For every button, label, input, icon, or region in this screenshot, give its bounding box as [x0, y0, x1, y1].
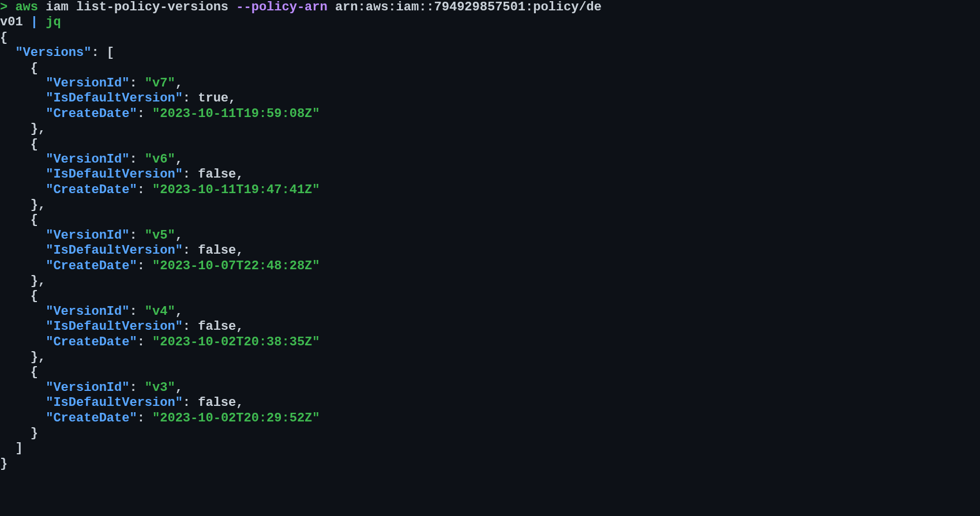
cmd-jq: jq [46, 15, 61, 29]
json-key-isdefault: "IsDefaultVersion" [46, 167, 183, 182]
json-colon: : [129, 228, 137, 243]
json-value-createdate: "2023-10-11T19:59:08Z" [152, 107, 320, 121]
json-value-isdefault: false [198, 243, 236, 258]
json-comma: , [175, 152, 183, 167]
json-value-versionid: "v7" [145, 76, 175, 91]
json-colon: : [137, 107, 145, 121]
json-colon: : [137, 335, 145, 349]
json-comma: , [38, 350, 46, 364]
json-obj-close: } [31, 122, 38, 136]
json-key-createdate: "CreateDate" [46, 107, 137, 121]
json-comma: , [236, 167, 243, 182]
json-colon: : [183, 91, 190, 106]
json-value-createdate: "2023-10-02T20:38:35Z" [152, 335, 320, 349]
json-obj-open: { [31, 365, 38, 379]
json-value-isdefault: true [198, 91, 228, 106]
json-colon: : [183, 243, 190, 258]
json-value-createdate: "2023-10-07T22:48:28Z" [152, 259, 320, 273]
cmd-aws: aws [15, 0, 38, 14]
json-value-createdate: "2023-10-11T19:47:41Z" [152, 183, 320, 197]
json-key-versionid: "VersionId" [46, 381, 129, 395]
json-obj-close: } [31, 426, 38, 440]
json-comma: , [38, 122, 46, 136]
json-comma: , [175, 381, 183, 395]
terminal-output: > aws iam list-policy-versions --policy-… [0, 0, 980, 472]
json-colon: : [91, 46, 99, 60]
json-comma: , [175, 76, 183, 91]
json-open-bracket: [ [107, 46, 114, 60]
json-comma: , [38, 198, 46, 212]
json-comma: , [236, 319, 243, 334]
json-key-versionid: "VersionId" [46, 152, 129, 167]
json-value-versionid: "v5" [145, 228, 175, 243]
prompt-caret: > [0, 0, 7, 14]
cmd-arg-arn-part1: arn:aws:iam::794929857501:policy/de [335, 0, 602, 14]
json-key-isdefault: "IsDefaultVersion" [46, 319, 183, 334]
json-key-versionid: "VersionId" [46, 228, 129, 243]
json-key-versions: "Versions" [15, 46, 91, 60]
json-obj-close: } [31, 198, 38, 212]
json-colon: : [183, 319, 190, 334]
json-colon: : [129, 381, 137, 395]
cmd-subcommand: iam list-policy-versions [46, 0, 228, 14]
json-key-createdate: "CreateDate" [46, 259, 137, 273]
json-comma: , [236, 243, 243, 258]
json-colon: : [137, 411, 145, 425]
json-key-createdate: "CreateDate" [46, 335, 137, 349]
json-comma: , [228, 91, 236, 106]
json-obj-close: } [31, 274, 38, 288]
json-comma: , [175, 304, 183, 319]
json-close-brace: } [0, 457, 7, 471]
json-value-versionid: "v4" [145, 304, 175, 319]
json-key-createdate: "CreateDate" [46, 411, 137, 425]
json-obj-open: { [31, 61, 38, 76]
json-key-isdefault: "IsDefaultVersion" [46, 396, 183, 410]
json-value-createdate: "2023-10-02T20:29:52Z" [152, 411, 320, 425]
json-comma: , [236, 396, 243, 410]
json-value-isdefault: false [198, 319, 236, 334]
cmd-pipe: | [31, 15, 38, 29]
json-obj-open: { [31, 137, 38, 152]
json-key-isdefault: "IsDefaultVersion" [46, 243, 183, 258]
json-key-versionid: "VersionId" [46, 76, 129, 91]
json-colon: : [129, 304, 137, 319]
json-colon: : [183, 167, 190, 182]
cmd-flag-policy-arn: --policy-arn [236, 0, 327, 14]
json-key-isdefault: "IsDefaultVersion" [46, 91, 183, 106]
json-obj-close: } [31, 350, 38, 364]
json-colon: : [183, 396, 190, 410]
cmd-arg-arn-part2: v01 [0, 15, 23, 29]
json-colon: : [129, 76, 137, 91]
json-colon: : [129, 152, 137, 167]
json-key-createdate: "CreateDate" [46, 183, 137, 197]
json-colon: : [137, 183, 145, 197]
json-obj-open: { [31, 289, 38, 303]
json-close-bracket: ] [15, 441, 22, 455]
json-value-isdefault: false [198, 396, 236, 410]
json-value-isdefault: false [198, 167, 236, 182]
json-obj-open: { [31, 213, 38, 227]
json-value-versionid: "v3" [145, 381, 175, 395]
json-comma: , [175, 228, 183, 243]
json-open-brace: { [0, 31, 7, 45]
json-comma: , [38, 274, 46, 288]
json-colon: : [137, 259, 145, 273]
json-value-versionid: "v6" [145, 152, 175, 167]
json-key-versionid: "VersionId" [46, 304, 129, 319]
